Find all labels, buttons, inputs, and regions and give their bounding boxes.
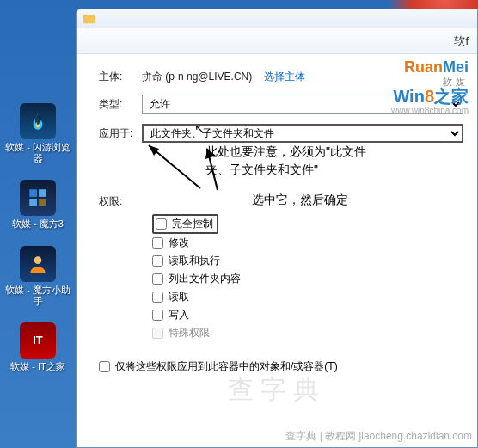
explorer-title: 软f (454, 34, 469, 47)
apply-only-row[interactable]: 仅将这些权限应用到此容器中的对象和/或容器(T) (99, 359, 463, 374)
svg-rect-3 (39, 199, 46, 206)
perm-text: 读取 (169, 290, 189, 304)
permission-full-control[interactable]: 完全控制 (152, 214, 218, 234)
svg-point-4 (34, 256, 42, 264)
permission-special: 特殊权限 (152, 324, 463, 342)
desktop-icon-mofang3[interactable]: 软媒 - 魔方3 (3, 180, 72, 230)
win8-logo: Win8之家 (391, 87, 469, 106)
checkbox-special (152, 328, 163, 339)
select-principal-link[interactable]: 选择主体 (264, 70, 305, 84)
brand-watermark: RuanMei 软媒 Win8之家 www.win8china.com (391, 59, 469, 115)
checkbox-read[interactable] (152, 292, 163, 303)
perm-text: 列出文件夹内容 (169, 272, 241, 286)
center-watermark: 查字典 (77, 372, 477, 408)
type-label: 类型: (99, 97, 142, 112)
svg-rect-1 (39, 190, 46, 198)
person-icon (20, 246, 56, 282)
applies-annotation: 此处也要注意，必须为"此文件 夹、子文件夹和文件" (205, 143, 366, 179)
principal-value: 拼命 (p-n ng@LIVE.CN) (142, 70, 252, 84)
applies-label: 应用于: (99, 126, 142, 141)
perm-text: 完全控制 (172, 217, 213, 231)
cube-icon (20, 180, 56, 216)
bottom-watermark: 查字典 | 教程网 jiaocheng.chazidian.com (285, 429, 472, 444)
checkbox-read-execute[interactable] (152, 255, 163, 267)
applies-to-row: 应用于: 此文件夹、子文件夹和文件 (99, 124, 463, 143)
permissions-list: 完全控制 修改 读取和执行 列出文件夹内容 读取 (152, 214, 463, 342)
permissions-section: 权限: 选中它，然后确定 完全控制 修改 读取和执行 列出文件夹内容 (99, 194, 463, 342)
permission-read-execute[interactable]: 读取和执行 (152, 252, 463, 270)
perm-text: 修改 (169, 236, 189, 250)
permissions-window: 软f 主体: 拼命 (p-n ng@LIVE.CN) 选择主体 ↖ 类型: 允许… (76, 9, 478, 448)
it-icon: IT (20, 322, 56, 359)
permission-modify[interactable]: 修改 (152, 234, 463, 252)
desktop-icon-label: 软媒 - IT之家 (3, 361, 72, 372)
window-titlebar[interactable] (77, 9, 477, 28)
perm-text: 读取和执行 (169, 254, 220, 268)
checkbox-full-control[interactable] (156, 218, 167, 230)
desktop-icon-ithome[interactable]: IT 软媒 - IT之家 (3, 322, 72, 372)
desktop-icon-label: 软媒 - 魔方小助手 (3, 285, 72, 307)
applies-to-select[interactable]: 此文件夹、子文件夹和文件 (142, 124, 463, 143)
desktop-icon-label: 软媒 - 魔方3 (3, 218, 72, 230)
annotation-line1: 此处也要注意，必须为"此文件 (205, 144, 366, 158)
svg-rect-0 (29, 190, 37, 198)
checkbox-write[interactable] (152, 310, 163, 321)
ruanmei-sub: 软媒 (391, 77, 469, 87)
desktop-area: 软媒 - 闪游浏览器 软媒 - 魔方3 软媒 - 魔方小助手 IT 软媒 - I… (0, 0, 76, 448)
apply-only-label: 仅将这些权限应用到此容器中的对象和/或容器(T) (115, 359, 338, 374)
ruanmei-logo: RuanMei (391, 59, 469, 77)
checkbox-list-folder[interactable] (152, 273, 163, 285)
permission-read[interactable]: 读取 (152, 288, 463, 306)
perm-text: 特殊权限 (169, 326, 210, 341)
win8-url: www.win8china.com (391, 106, 469, 115)
flame-icon (20, 103, 56, 139)
checkbox-apply-only[interactable] (99, 361, 110, 372)
principal-label: 主体: (99, 70, 142, 84)
svg-rect-2 (29, 199, 37, 206)
explorer-address-bar: 软f (77, 28, 477, 54)
permission-form: 主体: 拼命 (p-n ng@LIVE.CN) 选择主体 ↖ 类型: 允许 应用… (77, 54, 477, 374)
permission-write[interactable]: 写入 (152, 306, 463, 324)
permission-list-folder[interactable]: 列出文件夹内容 (152, 270, 463, 288)
annotation-line2: 夹、子文件夹和文件" (205, 163, 318, 176)
permission-annotation: 选中它，然后确定 (252, 193, 348, 208)
annotation-arrow (140, 137, 243, 197)
desktop-icon-flash-browser[interactable]: 软媒 - 闪游浏览器 (3, 103, 72, 164)
perm-text: 写入 (169, 308, 189, 322)
folder-icon (83, 14, 95, 24)
desktop-icon-helper[interactable]: 软媒 - 魔方小助手 (3, 246, 72, 307)
checkbox-modify[interactable] (152, 237, 163, 249)
desktop-icon-label: 软媒 - 闪游浏览器 (3, 142, 72, 164)
